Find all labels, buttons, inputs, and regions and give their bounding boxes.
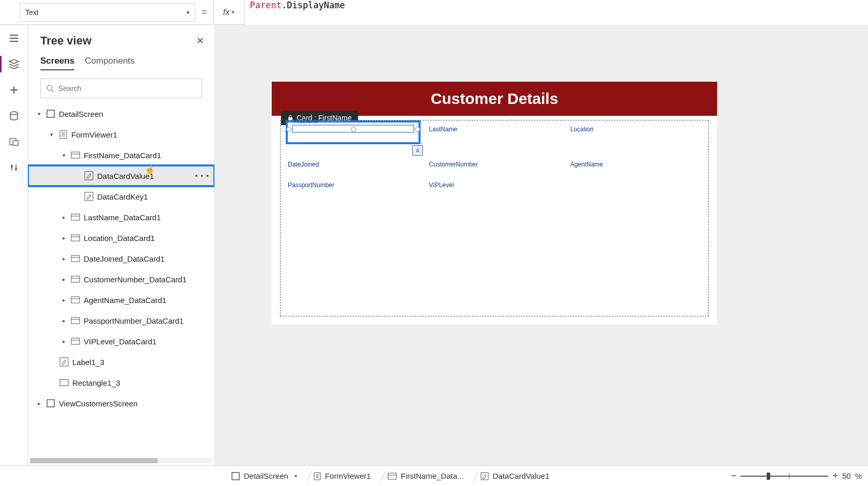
fx-badge[interactable]: A bbox=[412, 145, 423, 156]
tree-item-label: DateJoined_DataCard1 bbox=[84, 254, 165, 263]
svg-rect-10 bbox=[85, 192, 93, 201]
breadcrumb-item-screen[interactable]: DetailScreen ▾ bbox=[223, 468, 305, 484]
chevron-right-icon[interactable]: ▸ bbox=[35, 400, 43, 407]
chevron-right-icon[interactable]: ▸ bbox=[60, 214, 68, 221]
media-icon[interactable] bbox=[8, 135, 20, 148]
zoom-slider-thumb[interactable] bbox=[767, 473, 770, 480]
zoom-value: 50 bbox=[842, 472, 851, 480]
more-options-icon[interactable]: • • • bbox=[195, 172, 209, 180]
screen-icon bbox=[45, 398, 56, 408]
tree-item-label: DataCardKey1 bbox=[97, 192, 148, 201]
field-label-passportnumber: PassportNumber bbox=[288, 181, 419, 189]
zoom-suffix: % bbox=[855, 472, 862, 480]
resize-handle-icon[interactable] bbox=[351, 127, 356, 132]
rectangle-icon bbox=[59, 377, 69, 388]
tree-item-passportnumber-datacard[interactable]: ▸ PassportNumber_DataCard1 bbox=[28, 310, 214, 331]
resize-handle-icon[interactable] bbox=[286, 127, 291, 132]
breadcrumb-item-value[interactable]: DataCardValue1 bbox=[472, 468, 558, 484]
tree-item-label1[interactable]: Label1_3 bbox=[28, 352, 214, 372]
tree-item-viewcustomersscreen[interactable]: ▸ ViewCustomersScreen bbox=[28, 393, 214, 414]
tab-components[interactable]: Components bbox=[85, 53, 134, 70]
tree-item-firstname-datacard[interactable]: ▾ FirstName_DataCard1 bbox=[28, 145, 214, 165]
formula-token-identifier: Parent bbox=[250, 0, 282, 10]
datacard-firstname[interactable]: FirstName A bbox=[288, 126, 419, 147]
status-bar: DetailScreen ▾ FormViewer1 FirstName_Dat… bbox=[0, 465, 868, 486]
svg-rect-24 bbox=[388, 473, 396, 479]
datacard-icon bbox=[388, 473, 397, 480]
tree-item-rectangle1[interactable]: Rectangle1_3 bbox=[28, 372, 214, 393]
formula-bar: Text ▾ = fx ▾ Parent.DisplayName bbox=[0, 0, 868, 25]
chevron-right-icon[interactable]: ▸ bbox=[60, 276, 68, 283]
close-icon[interactable]: ✕ bbox=[196, 35, 204, 47]
svg-point-5 bbox=[47, 85, 52, 90]
zoom-in-button[interactable]: + bbox=[832, 470, 838, 481]
form-icon bbox=[314, 472, 321, 480]
fx-label[interactable]: fx ▾ bbox=[214, 0, 245, 25]
tree-item-agentname-datacard[interactable]: ▸ AgentName_DataCard1 bbox=[28, 290, 214, 310]
data-icon[interactable] bbox=[8, 110, 20, 122]
breadcrumb-item-datacard[interactable]: FirstName_Data... bbox=[379, 468, 472, 484]
hamburger-icon[interactable] bbox=[8, 32, 20, 44]
field-label-customernumber: CustomerNumber bbox=[429, 161, 560, 168]
breadcrumb-item-form[interactable]: FormViewer1 bbox=[305, 468, 379, 484]
chevron-right-icon[interactable]: ▸ bbox=[60, 255, 68, 262]
chevron-down-icon: ▾ bbox=[187, 9, 190, 16]
tree-search[interactable] bbox=[40, 79, 202, 98]
svg-rect-17 bbox=[71, 338, 80, 344]
tree-item-label: Location_DataCard1 bbox=[84, 234, 155, 242]
tree-item-datacardkey1[interactable]: DataCardKey1 bbox=[28, 186, 214, 207]
resize-handle-icon[interactable] bbox=[415, 127, 420, 132]
tree-item-viplevel-datacard[interactable]: ▸ VIPLevel_DataCard1 bbox=[28, 331, 214, 352]
tree-item-label: AgentName_DataCard1 bbox=[84, 296, 166, 305]
tree-item-formviewer[interactable]: ▾ FormViewer1 bbox=[28, 124, 214, 145]
svg-rect-20 bbox=[47, 400, 54, 407]
property-dropdown[interactable]: Text ▾ bbox=[20, 3, 195, 22]
textinput-icon bbox=[84, 171, 94, 181]
svg-rect-2 bbox=[13, 141, 18, 145]
svg-rect-6 bbox=[47, 110, 54, 117]
zoom-out-button[interactable]: − bbox=[731, 470, 737, 481]
tree-item-customernumber-datacard[interactable]: ▸ CustomerNumber_DataCard1 bbox=[28, 269, 214, 290]
chevron-right-icon[interactable]: ▸ bbox=[60, 235, 68, 241]
app-header-title: Customer Details bbox=[431, 90, 559, 107]
tree-item-location-datacard[interactable]: ▸ Location_DataCard1 bbox=[28, 227, 214, 248]
datacard-icon bbox=[70, 212, 81, 222]
chevron-right-icon[interactable]: ▸ bbox=[60, 317, 68, 324]
tab-screens[interactable]: Screens bbox=[40, 53, 74, 70]
tree-item-lastname-datacard[interactable]: ▸ LastName_DataCard1 bbox=[28, 207, 214, 227]
tree-h-scrollbar[interactable] bbox=[30, 458, 212, 463]
search-input[interactable] bbox=[58, 84, 196, 93]
chevron-down-icon[interactable]: ▾ bbox=[295, 473, 297, 479]
chevron-right-icon[interactable]: ▸ bbox=[60, 338, 68, 345]
settings-icon[interactable] bbox=[8, 161, 20, 174]
tree-view-icon[interactable] bbox=[8, 58, 20, 70]
datacard-icon bbox=[70, 336, 81, 346]
left-nav-rail bbox=[0, 25, 28, 465]
svg-point-3 bbox=[11, 165, 13, 168]
chevron-down-icon[interactable]: ▾ bbox=[35, 111, 43, 117]
scrollbar-thumb[interactable] bbox=[30, 458, 158, 463]
insert-icon[interactable] bbox=[8, 84, 20, 96]
screen-icon bbox=[231, 472, 240, 480]
tree-item-label: CustomerNumber_DataCard1 bbox=[84, 275, 187, 284]
datacard-icon bbox=[70, 295, 81, 305]
form-viewer[interactable]: FirstName A LastName Location DateJoined bbox=[280, 120, 709, 316]
datacard-icon bbox=[70, 150, 81, 160]
chevron-down-icon[interactable]: ▾ bbox=[60, 152, 68, 159]
canvas-area[interactable]: Customer Details Card : FirstName FirstN… bbox=[215, 25, 868, 465]
chevron-down-icon[interactable]: ▾ bbox=[48, 131, 56, 138]
field-label-datejoined: DateJoined bbox=[288, 161, 419, 168]
tree-item-datejoined-datacard[interactable]: ▸ DateJoined_DataCard1 bbox=[28, 248, 214, 269]
formula-input[interactable]: Parent.DisplayName bbox=[245, 0, 868, 25]
zoom-slider[interactable] bbox=[740, 476, 828, 477]
tree-item-label: VIPLevel_DataCard1 bbox=[84, 337, 157, 346]
svg-rect-25 bbox=[481, 473, 488, 480]
tree-item-datacardvalue1[interactable]: DataCardValue1 • • • bbox=[28, 165, 214, 186]
tree-item-detailscreen[interactable]: ▾ DetailScreen bbox=[28, 103, 214, 124]
field-label-viplevel: VIPLevel bbox=[429, 181, 560, 189]
breadcrumb-label: FormViewer1 bbox=[325, 472, 371, 480]
chevron-right-icon[interactable]: ▸ bbox=[60, 297, 68, 303]
svg-rect-13 bbox=[71, 255, 80, 262]
form-grid: FirstName A LastName Location DateJoined bbox=[288, 126, 701, 189]
tree-item-label: PassportNumber_DataCard1 bbox=[84, 316, 183, 325]
